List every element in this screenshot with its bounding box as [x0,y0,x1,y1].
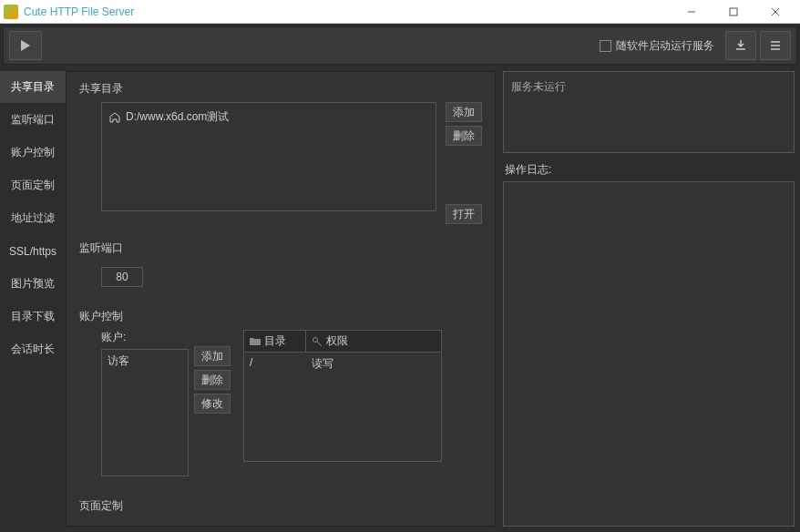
status-box: 服务未运行 [503,71,795,153]
perm-dir-header[interactable]: 目录 [244,331,306,352]
share-delete-button[interactable]: 删除 [446,126,482,146]
permission-table: 目录 权限 / 读写 [243,330,442,462]
sidebar-item-share-dir[interactable]: 共享目录 [0,71,66,104]
svg-marker-4 [21,40,30,51]
perm-row-dir: / [244,353,306,375]
account-add-button[interactable]: 添加 [194,346,231,366]
account-item[interactable]: 访客 [102,350,188,373]
log-label: 操作日志: [505,162,795,178]
sidebar-item-dir-download[interactable]: 目录下载 [0,301,66,333]
sidebar-item-listen-port[interactable]: 监听端口 [0,104,66,137]
toolbar: 随软件启动运行服务 [3,26,797,65]
sidebar-item-account[interactable]: 账户控制 [0,137,66,169]
sidebar-item-image-preview[interactable]: 图片预览 [0,268,66,301]
account-sub-label: 账户: [101,330,189,345]
main-pane: 共享目录 D:/www.x6d.com测试 添加 删除 打开 监听端口 账 [66,71,496,527]
share-item[interactable]: D:/www.x6d.com测试 [106,107,432,128]
checkbox-box [600,40,611,52]
svg-rect-1 [730,8,737,15]
share-list[interactable]: D:/www.x6d.com测试 [101,102,436,211]
sidebar-item-session[interactable]: 会话时长 [0,333,66,366]
maximize-button[interactable] [713,0,754,24]
account-modify-button[interactable]: 修改 [194,394,231,414]
perm-perm-header[interactable]: 权限 [306,331,441,352]
autostart-label: 随软件启动运行服务 [616,38,714,54]
perm-row-perm: 读写 [306,353,441,375]
port-input[interactable] [101,267,143,287]
port-section-label: 监听端口 [79,240,482,256]
page-custom-section-label: 页面定制 [79,498,482,514]
sidebar-item-page-custom[interactable]: 页面定制 [0,169,66,202]
minimize-button[interactable] [671,0,713,24]
home-icon [109,112,120,123]
app-title: Cute HTTP File Server [24,5,134,18]
menu-button[interactable] [760,31,791,60]
svg-point-8 [313,337,318,342]
download-button[interactable] [725,31,756,60]
account-delete-button[interactable]: 删除 [194,370,231,390]
sidebar: 共享目录 监听端口 账户控制 页面定制 地址过滤 SSL/https 图片预览 … [0,71,66,527]
svg-line-9 [317,342,322,346]
perm-row[interactable]: / 读写 [244,353,441,375]
sidebar-item-ssl[interactable]: SSL/https [0,235,66,268]
right-pane: 服务未运行 操作日志: [503,71,795,527]
titlebar: Cute HTTP File Server [0,0,800,24]
close-button[interactable] [754,0,796,24]
account-section-label: 账户控制 [79,309,482,324]
account-list[interactable]: 访客 [101,349,189,476]
status-text: 服务未运行 [511,80,566,93]
key-icon [312,336,323,347]
folder-icon [250,337,261,346]
play-button[interactable] [9,31,42,60]
app-icon [4,5,18,19]
log-box [503,181,795,527]
share-add-button[interactable]: 添加 [446,102,482,122]
share-section-label: 共享目录 [79,81,482,97]
sidebar-item-addr-filter[interactable]: 地址过滤 [0,202,66,235]
share-item-path: D:/www.x6d.com测试 [126,109,229,125]
share-open-button[interactable]: 打开 [446,204,482,224]
autostart-checkbox[interactable]: 随软件启动运行服务 [600,38,714,54]
